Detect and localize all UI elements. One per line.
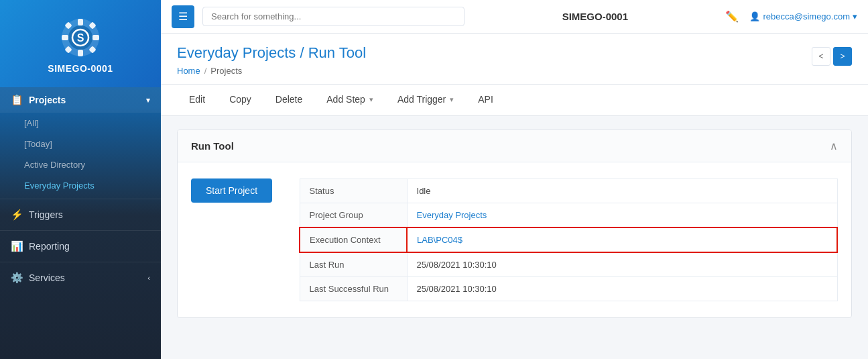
sidebar-projects-section: 📋 Projects ▾ [All] [Today] Active Direct… <box>0 87 161 196</box>
services-chevron: ‹ <box>147 274 150 282</box>
table-row-execution-context: Execution Context LAB\PC04$ <box>300 227 837 252</box>
edit-button[interactable]: Edit <box>177 85 217 115</box>
last-run-value: 25/08/2021 10:30:10 <box>407 252 837 277</box>
topbar: ☰ SIMEGO-0001 ✏️ 👤 rebecca@simego.com ▾ <box>161 0 868 34</box>
sidebar-divider-2 <box>0 230 161 231</box>
sidebar: S SIMEGO-0001 📋 Projects ▾ [All] [Today]… <box>0 0 161 359</box>
svg-text:S: S <box>77 32 84 44</box>
status-value: Idle <box>407 179 837 203</box>
execution-context-value: LAB\PC04$ <box>407 227 837 252</box>
delete-label: Delete <box>275 94 302 105</box>
add-trigger-label: Add Trigger <box>397 94 446 105</box>
nav-next-button[interactable]: > <box>833 47 852 66</box>
sidebar-item-projects-label: Projects <box>29 95 141 105</box>
table-row-last-successful-run: Last Successful Run 25/08/2021 10:30:10 <box>300 277 837 301</box>
user-dropdown-icon: ▾ <box>853 11 857 21</box>
start-project-button[interactable]: Start Project <box>191 178 272 203</box>
api-label: API <box>478 94 493 105</box>
page-header: Everyday Projects / Run Tool Home / Proj… <box>161 34 868 85</box>
project-group-label: Project Group <box>300 203 407 228</box>
sidebar-item-everyday-projects[interactable]: Everyday Projects <box>0 175 161 196</box>
topbar-title: SIMEGO-0001 <box>473 11 717 22</box>
run-tool-card: Run Tool ∧ Start Project Status Idle Pro… <box>177 130 852 318</box>
sidebar-divider-3 <box>0 262 161 262</box>
add-step-label: Add Step <box>326 94 365 105</box>
project-group-value: Everyday Projects <box>407 203 837 228</box>
sidebar-item-active-directory-label: Active Directory <box>24 160 85 170</box>
last-successful-run-label: Last Successful Run <box>300 277 407 301</box>
sidebar-item-services[interactable]: ⚙️ Services ‹ <box>0 265 161 291</box>
execution-context-label: Execution Context <box>300 227 407 252</box>
menu-toggle-button[interactable]: ☰ <box>172 5 194 28</box>
user-email: rebecca@simego.com <box>763 11 850 21</box>
sidebar-item-all-label: [All] <box>24 118 39 128</box>
table-row-status: Status Idle <box>300 179 837 203</box>
execution-context-link[interactable]: LAB\PC04$ <box>417 235 462 245</box>
sidebar-item-projects[interactable]: 📋 Projects ▾ <box>0 87 161 113</box>
edit-label: Edit <box>189 94 205 105</box>
last-run-label: Last Run <box>300 252 407 277</box>
main-content: ☰ SIMEGO-0001 ✏️ 👤 rebecca@simego.com ▾ … <box>161 0 868 359</box>
breadcrumb-separator: / <box>204 66 207 76</box>
sidebar-item-all[interactable]: [All] <box>0 113 161 134</box>
delete-button[interactable]: Delete <box>263 85 314 115</box>
sidebar-item-triggers[interactable]: ⚡ Triggers <box>0 202 161 227</box>
edit-icon[interactable]: ✏️ <box>725 10 739 23</box>
info-table: Status Idle Project Group Everyday Proje… <box>299 178 838 301</box>
sidebar-item-reporting-label: Reporting <box>29 241 150 252</box>
reporting-icon: 📊 <box>11 240 23 252</box>
page-header-left: Everyday Projects / Run Tool Home / Proj… <box>177 44 366 84</box>
breadcrumb-home[interactable]: Home <box>177 66 200 76</box>
page-title: Everyday Projects / Run Tool <box>177 44 366 62</box>
sidebar-item-reporting[interactable]: 📊 Reporting <box>0 234 161 259</box>
svg-rect-1 <box>78 19 83 25</box>
sidebar-item-active-directory[interactable]: Active Directory <box>0 154 161 175</box>
copy-button[interactable]: Copy <box>217 85 263 115</box>
add-step-dropdown-icon: ▾ <box>369 95 373 104</box>
services-icon: ⚙️ <box>11 272 23 284</box>
projects-icon: 📋 <box>11 94 23 106</box>
add-step-button[interactable]: Add Step ▾ <box>314 85 385 115</box>
add-trigger-button[interactable]: Add Trigger ▾ <box>385 85 466 115</box>
search-input[interactable] <box>202 7 464 26</box>
status-label: Status <box>300 179 407 203</box>
card-title: Run Tool <box>191 140 234 152</box>
svg-rect-4 <box>92 35 99 40</box>
user-avatar-icon: 👤 <box>749 11 760 21</box>
topbar-right: ✏️ 👤 rebecca@simego.com ▾ <box>725 10 857 23</box>
sidebar-item-services-label: Services <box>29 272 142 283</box>
table-row-last-run: Last Run 25/08/2021 10:30:10 <box>300 252 837 277</box>
svg-rect-2 <box>78 50 83 56</box>
card-body: Start Project Status Idle Project Group … <box>178 162 851 317</box>
breadcrumb: Home / Projects <box>177 66 366 84</box>
hamburger-icon: ☰ <box>178 10 188 23</box>
sidebar-logo-title: SIMEGO-0001 <box>48 63 113 74</box>
page-nav: < > <box>812 44 852 66</box>
user-menu[interactable]: 👤 rebecca@simego.com ▾ <box>749 11 857 21</box>
sidebar-item-everyday-projects-label: Everyday Projects <box>24 181 95 191</box>
sidebar-logo: S SIMEGO-0001 <box>0 0 161 87</box>
simego-logo-icon: S <box>60 17 101 58</box>
triggers-icon: ⚡ <box>11 209 23 221</box>
nav-prev-button[interactable]: < <box>812 47 830 66</box>
sidebar-item-today-label: [Today] <box>24 139 52 149</box>
table-row-project-group: Project Group Everyday Projects <box>300 203 837 228</box>
content-area: Run Tool ∧ Start Project Status Idle Pro… <box>161 116 868 359</box>
projects-chevron: ▾ <box>146 96 150 105</box>
collapse-button[interactable]: ∧ <box>830 140 838 152</box>
svg-rect-3 <box>62 35 68 40</box>
api-button[interactable]: API <box>466 85 505 115</box>
sidebar-item-triggers-label: Triggers <box>29 209 150 220</box>
sidebar-divider-1 <box>0 199 161 199</box>
toolbar: Edit Copy Delete Add Step ▾ Add Trigger … <box>161 85 868 116</box>
card-header: Run Tool ∧ <box>178 130 851 162</box>
sidebar-item-today[interactable]: [Today] <box>0 134 161 154</box>
copy-label: Copy <box>229 94 251 105</box>
breadcrumb-current: Projects <box>210 66 242 76</box>
add-trigger-dropdown-icon: ▾ <box>450 95 454 104</box>
project-group-link[interactable]: Everyday Projects <box>417 210 487 220</box>
last-successful-run-value: 25/08/2021 10:30:10 <box>407 277 837 301</box>
